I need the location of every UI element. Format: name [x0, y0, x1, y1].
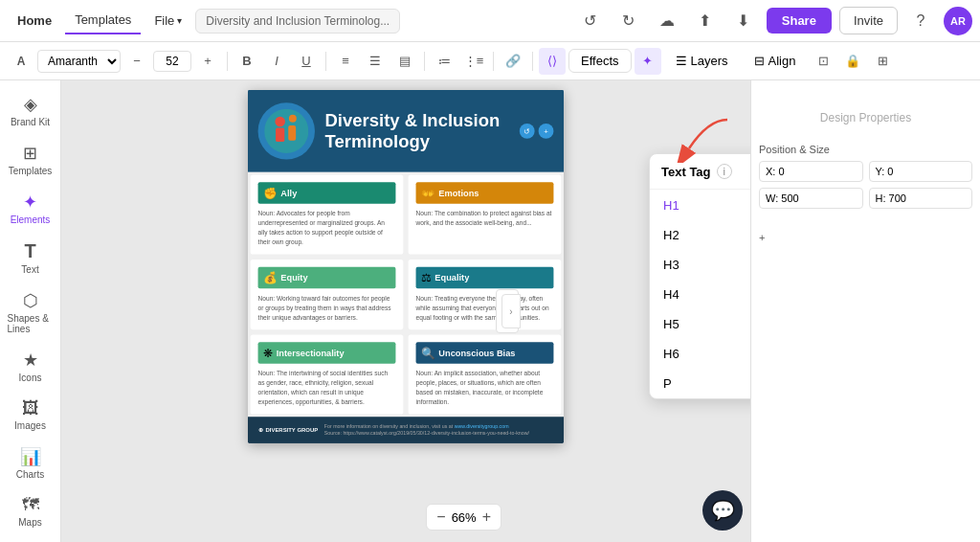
text-tag-header: Text Tag i: [650, 154, 750, 190]
sidebar-item-elements[interactable]: ✦ Elements: [4, 186, 57, 231]
font-family-select[interactable]: Amaranth: [37, 50, 121, 73]
sidebar-item-icons[interactable]: ★ Icons: [4, 344, 57, 389]
crop-icon[interactable]: ⊡: [810, 48, 836, 75]
lock-icon[interactable]: 🔒: [839, 48, 866, 75]
align-center-button[interactable]: ☰: [362, 48, 389, 75]
tag-button[interactable]: ⟨⟩: [539, 48, 566, 75]
icons-icon: ★: [23, 350, 38, 371]
info-icon: i: [717, 164, 732, 179]
font-size-input[interactable]: [153, 51, 191, 72]
sidebar-item-charts[interactable]: 📊 Charts: [4, 440, 57, 486]
help-button[interactable]: ?: [905, 6, 936, 36]
svg-point-0: [264, 109, 308, 153]
text-tag-item-h4[interactable]: H4: [650, 280, 750, 309]
svg-point-2: [289, 115, 297, 123]
text-icon: T: [24, 240, 35, 262]
avatar: AR: [944, 7, 972, 35]
text-tag-item-h5[interactable]: H5: [650, 309, 750, 339]
panel-collapse-button[interactable]: ›: [501, 294, 521, 328]
sidebar-item-templates[interactable]: ⊞ Templates: [4, 137, 57, 182]
nav-file[interactable]: File ▾: [145, 8, 191, 34]
list-button[interactable]: ≔: [431, 48, 457, 75]
text-tag-item-h2[interactable]: H2: [650, 220, 750, 250]
link-button[interactable]: 🔗: [500, 48, 526, 75]
sidebar-item-label: Icons: [19, 373, 42, 383]
elements-icon: ✦: [23, 192, 37, 213]
text-tag-dropdown: Text Tag i H1 ✓ H2 H3 H4 H5 H6: [649, 153, 750, 399]
sidebar-item-maps[interactable]: 🗺 Maps: [4, 489, 57, 533]
text-tag-item-p[interactable]: P: [650, 369, 750, 398]
svg-rect-3: [276, 128, 284, 143]
ordered-list-button[interactable]: ⋮≡: [460, 48, 487, 75]
font-size-plus[interactable]: +: [194, 48, 221, 75]
sidebar: ◈ Brand Kit ⊞ Templates ✦ Elements T Tex…: [0, 80, 61, 542]
text-tag-item-h3[interactable]: H3: [650, 250, 750, 280]
align-justify-button[interactable]: ▤: [391, 48, 418, 75]
text-tag-item-h1[interactable]: H1 ✓: [650, 190, 750, 220]
text-tag-item-h6[interactable]: H6: [650, 339, 750, 369]
sidebar-item-label: Maps: [18, 517, 41, 528]
text-format-icon[interactable]: A: [8, 48, 34, 75]
italic-button[interactable]: I: [263, 48, 290, 75]
star-button[interactable]: ✦: [635, 48, 661, 75]
sidebar-item-brand-kit[interactable]: ◈ Brand Kit: [4, 88, 57, 133]
layers-tab[interactable]: ☰ Layers: [664, 50, 740, 72]
zoom-level: 66%: [452, 510, 477, 525]
sidebar-item-label: Shapes & Lines: [8, 313, 54, 334]
zoom-out-button[interactable]: −: [436, 508, 445, 526]
sidebar-item-label: Images: [14, 420, 46, 431]
upload-icon[interactable]: ⬆: [690, 6, 721, 36]
zoom-controls: − 66% +: [426, 504, 501, 531]
shapes-icon: ⬡: [23, 290, 38, 311]
layers-icon: ☰: [676, 54, 687, 68]
share-button[interactable]: Share: [767, 8, 832, 34]
sidebar-item-label: Elements: [11, 215, 51, 225]
undo-button[interactable]: ↺: [575, 6, 606, 36]
sidebar-item-label: Charts: [16, 469, 44, 480]
infographic-card: Diversity & InclusionTerminology ↺ + ✊ A…: [248, 90, 564, 443]
sidebar-item-images[interactable]: 🖼 Images: [4, 393, 57, 437]
invite-button[interactable]: Invite: [839, 7, 898, 34]
cloud-icon[interactable]: ☁: [652, 6, 682, 36]
redo-button[interactable]: ↻: [613, 6, 644, 36]
more-options-icon[interactable]: ⊞: [869, 48, 896, 75]
charts-icon: 📊: [20, 446, 41, 467]
chat-button[interactable]: 💬: [702, 490, 743, 531]
canvas-area[interactable]: Diversity & InclusionTerminology ↺ + ✊ A…: [61, 80, 750, 542]
sidebar-item-label: Brand Kit: [11, 117, 50, 127]
svg-point-1: [275, 117, 285, 127]
nav-home[interactable]: Home: [8, 8, 61, 34]
underline-button[interactable]: U: [293, 48, 320, 75]
brand-kit-icon: ◈: [24, 94, 37, 115]
chevron-right-icon: ›: [509, 306, 512, 317]
navbar: Home Templates File ▾ Diversity and Incl…: [0, 0, 980, 42]
sidebar-item-text[interactable]: T Text: [4, 235, 57, 281]
templates-icon: ⊞: [23, 143, 37, 164]
align-tab[interactable]: ⊟ Align: [743, 50, 808, 72]
align-left-button[interactable]: ≡: [332, 48, 359, 75]
main-layout: ◈ Brand Kit ⊞ Templates ✦ Elements T Tex…: [0, 80, 980, 542]
align-icon: ⊟: [754, 54, 765, 68]
bold-button[interactable]: B: [234, 48, 260, 75]
sidebar-item-shapes[interactable]: ⬡ Shapes & Lines: [4, 284, 57, 340]
effects-tab[interactable]: Effects: [568, 49, 632, 73]
zoom-in-button[interactable]: +: [482, 508, 491, 526]
text-tag-title: Text Tag: [661, 165, 711, 179]
maps-icon: 🗺: [22, 495, 39, 515]
nav-icons: ↺ ↻ ☁ ⬆ ⬇ Share Invite ? AR: [575, 6, 972, 36]
design-panel: Design Properties Position & Size X: 0 Y…: [750, 80, 980, 542]
svg-rect-4: [288, 125, 296, 141]
search-bar[interactable]: Diversity and Inclusion Terminolog...: [195, 9, 400, 34]
toolbar: A Amaranth − + B I U ≡ ☰ ▤ ≔ ⋮≡ 🔗 ⟨⟩ Eff…: [0, 42, 980, 80]
sidebar-item-label: Templates: [9, 166, 53, 176]
sidebar-item-label: Text: [21, 264, 38, 275]
images-icon: 🖼: [22, 398, 39, 418]
font-size-minus[interactable]: −: [123, 48, 150, 75]
download-icon[interactable]: ⬇: [728, 6, 759, 36]
nav-templates[interactable]: Templates: [65, 7, 141, 34]
infographic-title: Diversity & InclusionTerminology: [325, 110, 501, 152]
